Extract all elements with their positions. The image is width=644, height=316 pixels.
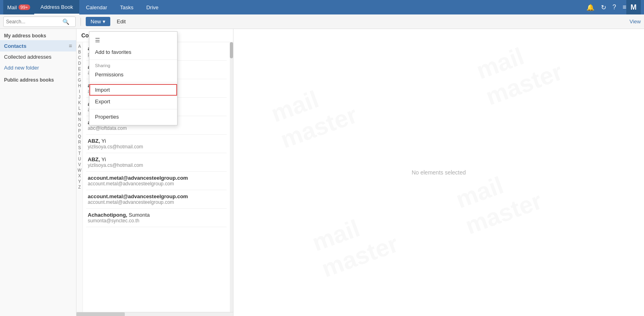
alpha-o[interactable]: O <box>78 123 81 128</box>
dropdown-menu: ☰ Add to favorites Sharing Permissions I… <box>89 31 178 125</box>
dropdown-properties[interactable]: Properties <box>89 111 177 123</box>
dropdown-list-view[interactable]: ☰ <box>89 34 177 46</box>
dropdown-divider-1 <box>89 60 177 60</box>
alpha-u[interactable]: U <box>78 156 81 162</box>
list-icon: ☰ <box>95 37 100 43</box>
contact-email: yizlisoya.cs@hotmail.com <box>88 162 225 168</box>
toolbar-divider <box>80 18 81 26</box>
help-icon[interactable]: ? <box>613 4 616 11</box>
new-button[interactable]: New ▾ <box>86 17 110 26</box>
alpha-e[interactable]: E <box>78 66 81 72</box>
toolbar: 🔍 New ▾ ☰ Add to favorites Sharing Permi… <box>0 14 644 29</box>
sidebar-add-folder[interactable]: Add new folder <box>0 62 76 73</box>
dropdown-add-favorites[interactable]: Add to favorites <box>89 46 177 58</box>
edit-button[interactable]: Edit <box>114 17 129 26</box>
table-row[interactable]: Achachotipong, Sumonta sumonta@synctec.c… <box>86 209 227 227</box>
dropdown-divider-3 <box>89 109 177 109</box>
no-selection-text: No elements selected <box>412 169 466 176</box>
contact-email: account.metal@advancesteelgroup.com <box>88 181 225 187</box>
scrollbar-track[interactable] <box>230 42 233 312</box>
contact-email: abc@loftdata.com <box>88 125 225 131</box>
refresh-icon[interactable]: ↻ <box>601 4 606 11</box>
bottom-scrollbar[interactable] <box>76 312 233 316</box>
sharing-section-label: Sharing <box>89 62 177 69</box>
sidebar-item-contacts[interactable]: Contacts ≡ <box>0 40 76 51</box>
bottom-scrollbar-thumb[interactable] <box>76 312 125 316</box>
scrollbar-thumb[interactable] <box>230 42 233 58</box>
sidebar-public-books: Public address books <box>0 75 76 85</box>
alpha-j[interactable]: J <box>78 94 80 100</box>
notification-icon[interactable]: 🔔 <box>586 4 594 11</box>
app-logo: M <box>626 0 641 14</box>
alpha-q[interactable]: Q <box>78 134 81 140</box>
alpha-x[interactable]: X <box>78 173 81 179</box>
search-box: 🔍 <box>3 16 76 27</box>
mail-label: Mail <box>7 4 17 10</box>
alpha-z[interactable]: Z <box>78 185 80 190</box>
dropdown-import[interactable]: Import <box>89 84 177 96</box>
dropdown-divider-2 <box>89 82 177 82</box>
my-address-books-header: My address books <box>0 29 76 40</box>
mail-tab[interactable]: Mail 99+ <box>3 0 34 14</box>
menu-icon[interactable]: ≡ <box>623 4 626 11</box>
alpha-k[interactable]: K <box>78 100 81 106</box>
contact-name: ABZ, Yi <box>88 138 225 144</box>
alpha-r[interactable]: R <box>78 140 81 145</box>
alpha-index: A B C D E F G H I J K L M N O P Q R S T <box>76 42 83 312</box>
alpha-l[interactable]: L <box>78 106 81 111</box>
alpha-i[interactable]: I <box>79 89 80 94</box>
alpha-d[interactable]: D <box>78 61 81 66</box>
contact-name: account.metal@advancesteelgroup.com <box>88 175 225 181</box>
alpha-b[interactable]: B <box>78 49 81 55</box>
table-row[interactable]: account.metal@advancesteelgroup.com acco… <box>86 190 227 209</box>
alpha-w[interactable]: W <box>78 168 81 173</box>
table-row[interactable]: ABZ, Yi yizlisoya.cs@hotmail.com <box>86 153 227 172</box>
sidebar-item-collected[interactable]: Collected addresses <box>0 51 76 62</box>
view-button[interactable]: View <box>630 18 641 25</box>
contact-name: Achachotipong, Sumonta <box>88 212 225 218</box>
alpha-h[interactable]: H <box>78 83 81 89</box>
alpha-y[interactable]: Y <box>78 179 81 185</box>
table-row[interactable]: ABZ, Yi yizlisoya.cs@hotmail.com <box>86 135 227 153</box>
contact-email: yizlisoya.cs@hotmail.com <box>88 144 225 150</box>
alpha-s[interactable]: S <box>78 145 81 151</box>
alpha-v[interactable]: V <box>78 162 81 168</box>
dropdown-export[interactable]: Export <box>89 96 177 107</box>
alpha-m[interactable]: M <box>78 111 81 117</box>
nav-tab-drive[interactable]: Drive <box>140 0 165 14</box>
table-row[interactable]: account.metal@advancesteelgroup.com acco… <box>86 172 227 190</box>
alpha-p[interactable]: P <box>78 128 81 134</box>
search-icon: 🔍 <box>62 18 69 25</box>
search-input[interactable] <box>6 19 62 25</box>
alpha-f[interactable]: F <box>78 72 80 78</box>
contacts-menu-icon[interactable]: ≡ <box>69 43 72 49</box>
alpha-g[interactable]: G <box>78 78 81 83</box>
alpha-c[interactable]: C <box>78 55 81 61</box>
chevron-down-icon: ▾ <box>103 18 105 25</box>
contact-name: ABZ, Yi <box>88 156 225 162</box>
mail-badge-count: 99+ <box>19 4 30 10</box>
alpha-t[interactable]: T <box>78 151 80 156</box>
nav-tab-tasks[interactable]: Tasks <box>114 0 140 14</box>
contact-email: account.metal@advancesteelgroup.com <box>88 199 225 205</box>
contact-name: account.metal@advancesteelgroup.com <box>88 193 225 199</box>
contact-email: sumonta@synctec.co.th <box>88 218 225 224</box>
new-button-container: New ▾ ☰ Add to favorites Sharing Permiss… <box>86 17 110 26</box>
nav-tab-calendar[interactable]: Calendar <box>79 0 114 14</box>
nav-tab-addressbook[interactable]: Address Book <box>34 0 80 14</box>
detail-panel: mailmaster mailmaster mailmaster mailmas… <box>233 29 644 316</box>
dropdown-permissions[interactable]: Permissions <box>89 69 177 80</box>
sidebar: My address books Contacts ≡ Collected ad… <box>0 29 76 316</box>
alpha-a[interactable]: A <box>78 44 81 49</box>
alpha-n[interactable]: N <box>78 117 81 123</box>
top-navigation: Mail 99+ Address Book Calendar Tasks Dri… <box>0 0 644 14</box>
